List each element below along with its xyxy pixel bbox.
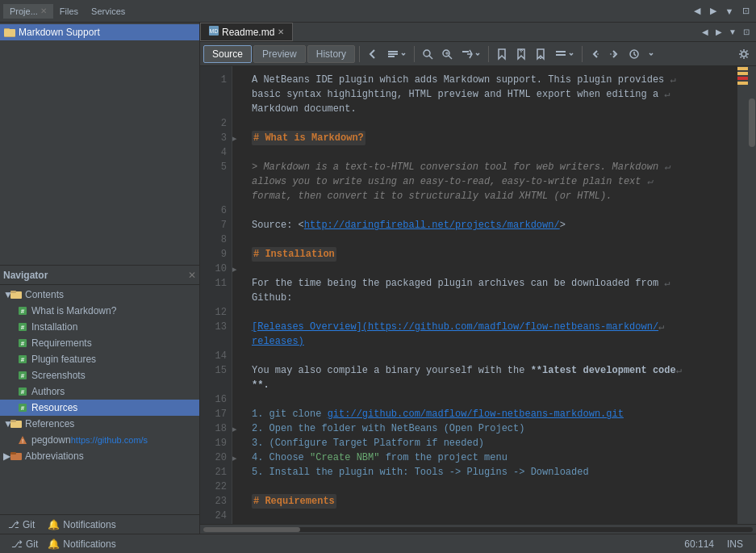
toolbar-history-icon[interactable] xyxy=(625,45,643,63)
toolbar-settings-icon[interactable] xyxy=(735,45,753,63)
nav-references-folder[interactable]: ▼ References xyxy=(0,416,199,432)
toolbar-dropdown-3[interactable] xyxy=(551,46,578,62)
tab-nav-restore[interactable]: ⊡ xyxy=(740,26,753,39)
fold-space xyxy=(232,407,245,421)
fold-space xyxy=(232,291,245,305)
h-scroll-track[interactable] xyxy=(203,527,753,532)
svg-rect-28 xyxy=(388,53,398,55)
svg-line-31 xyxy=(429,56,432,59)
svg-point-41 xyxy=(741,52,746,57)
git-tab[interactable]: ⎇ Git xyxy=(3,517,40,532)
toolbar-dropdown-2[interactable] xyxy=(457,46,484,62)
toolbar-dropdown-1[interactable] xyxy=(383,46,410,62)
tab-files[interactable]: Files xyxy=(53,4,85,19)
tab-projects[interactable]: Proje... ✕ xyxy=(3,4,53,19)
nav-authors[interactable]: # Authors xyxy=(0,383,199,400)
fold-space xyxy=(232,189,245,203)
right-panel: MD Readme.md ✕ ◀ ▶ ▼ ⊡ Source Preview Hi… xyxy=(200,23,756,534)
code-line-8 xyxy=(252,233,730,247)
nav-screenshots[interactable]: # Screenshots xyxy=(0,367,199,383)
editor-area: 1 2 3 4 5 6 7 8 9 10 11 12 xyxy=(200,66,756,524)
nav-contents[interactable]: ▼ Contents xyxy=(0,287,199,303)
toolbar-fwd-nav-icon[interactable] xyxy=(606,45,624,63)
bell-bottom-icon: 🔔 xyxy=(48,538,60,550)
nav-back-icon[interactable]: ◀ xyxy=(690,4,704,19)
nav-down-icon[interactable]: ▼ xyxy=(722,4,737,19)
code-line-1b: basic syntax highlighting, HTML preview … xyxy=(252,87,730,102)
preview-button[interactable]: Preview xyxy=(253,45,306,63)
nav-requirements-label: Requirements xyxy=(31,337,92,349)
line-num-17: 17 xyxy=(215,407,227,421)
git-bottom-icon: ⎇ xyxy=(11,538,23,550)
code-line-24 xyxy=(252,509,730,523)
status-bar: ⎇ Git 🔔 Notifications 60:114 INS xyxy=(0,534,756,553)
tab-nav-left[interactable]: ◀ xyxy=(699,26,712,39)
tab-files-label: Files xyxy=(60,6,78,16)
nav-resources-label: Resources xyxy=(31,402,77,413)
git-bottom-tab[interactable]: ⎇ Git xyxy=(6,537,43,551)
nav-pegdown[interactable]: ! pegdown https://github.com/s xyxy=(0,432,199,448)
nav-forward-icon[interactable]: ▶ xyxy=(706,4,720,19)
toolbar-next-icon[interactable] xyxy=(438,45,456,63)
code-line-17: 1. git clone git://github.com/madflow/fl… xyxy=(252,407,730,421)
nav-requirements[interactable]: # Requirements xyxy=(0,335,199,351)
editor-toolbar: Source Preview History xyxy=(200,42,756,66)
toolbar-toggle-bookmark-icon[interactable] xyxy=(493,45,511,63)
fold-space xyxy=(232,247,245,262)
editor-scrollbar[interactable] xyxy=(748,66,756,524)
code-line-2 xyxy=(252,116,730,131)
folder-icon xyxy=(10,288,23,301)
svg-text:MD: MD xyxy=(210,28,219,34)
toolbar-right xyxy=(735,45,753,63)
editor-scroll-thumb[interactable] xyxy=(749,98,755,147)
tab-nav-right[interactable]: ▶ xyxy=(712,26,725,39)
code-line-11b: Github: xyxy=(252,291,730,305)
code-content[interactable]: A NetBeans IDE plugin which adds Markdow… xyxy=(245,66,737,524)
navigator-close-icon[interactable]: ✕ xyxy=(188,270,196,281)
tab-readme-label: Readme.md xyxy=(222,27,274,38)
fold-marker-25[interactable]: ▸ xyxy=(232,450,245,465)
nav-installation-label: Installation xyxy=(31,321,77,333)
notifications-tab[interactable]: 🔔 Notifications xyxy=(43,517,120,532)
tab-projects-close[interactable]: ✕ xyxy=(40,6,47,15)
toolbar-back-icon[interactable] xyxy=(364,45,382,63)
source-button[interactable]: Source xyxy=(203,45,252,63)
fold-space xyxy=(232,378,245,392)
fold-marker-9[interactable]: ▸ xyxy=(232,262,245,276)
tab-services[interactable]: Services xyxy=(85,4,132,19)
nav-plugin-features[interactable]: # Plugin features xyxy=(0,351,199,367)
code-line-6 xyxy=(252,203,730,218)
toolbar-dropdown-4[interactable] xyxy=(645,49,658,59)
nav-contents-label: Contents xyxy=(25,289,64,300)
toolbar-prev-bookmark-icon[interactable] xyxy=(512,45,530,63)
nav-installation[interactable]: # Installation xyxy=(0,319,199,335)
svg-text:#: # xyxy=(21,404,25,412)
nav-resources[interactable]: # Resources xyxy=(0,400,199,416)
nav-what-is-markdown[interactable]: # What is Markdown? xyxy=(0,303,199,319)
toolbar-separator xyxy=(359,46,360,62)
fold-space xyxy=(232,145,245,160)
history-button[interactable]: History xyxy=(307,45,355,63)
maximize-icon[interactable]: ⊡ xyxy=(738,4,753,19)
project-folder-icon xyxy=(3,26,16,39)
tab-close-icon[interactable]: ✕ xyxy=(278,27,284,36)
svg-text:#: # xyxy=(21,340,25,347)
h-scroll-thumb[interactable] xyxy=(203,527,300,532)
code-line-15a: You may also compile a binary yourself w… xyxy=(252,363,730,378)
line-numbers: 1 2 3 4 5 6 7 8 9 10 11 12 xyxy=(200,66,232,524)
navigator-panel: Navigator ✕ ▼ Contents xyxy=(0,265,199,534)
section-icon: # xyxy=(16,369,29,382)
fold-space xyxy=(232,73,245,87)
fold-marker-3[interactable]: ▸ xyxy=(232,131,245,145)
toolbar-back-nav-icon[interactable] xyxy=(587,45,604,63)
fold-marker-23[interactable]: ▸ xyxy=(232,421,245,436)
toolbar-search-icon[interactable] xyxy=(419,45,436,63)
notifications-bottom-tab[interactable]: 🔔 Notifications xyxy=(43,537,120,551)
tab-readme-md[interactable]: MD Readme.md ✕ xyxy=(200,23,293,41)
code-line-3: # What is Markdown? xyxy=(252,131,730,145)
nav-abbreviations[interactable]: ▶ Abbreviations xyxy=(0,448,199,464)
toolbar-next-bookmark-icon[interactable] xyxy=(532,45,549,63)
tab-nav-down[interactable]: ▼ xyxy=(726,26,739,39)
code-line-1: A NetBeans IDE plugin which adds Markdow… xyxy=(252,73,730,87)
project-item-markdown-support[interactable]: Markdown Support xyxy=(0,24,199,40)
